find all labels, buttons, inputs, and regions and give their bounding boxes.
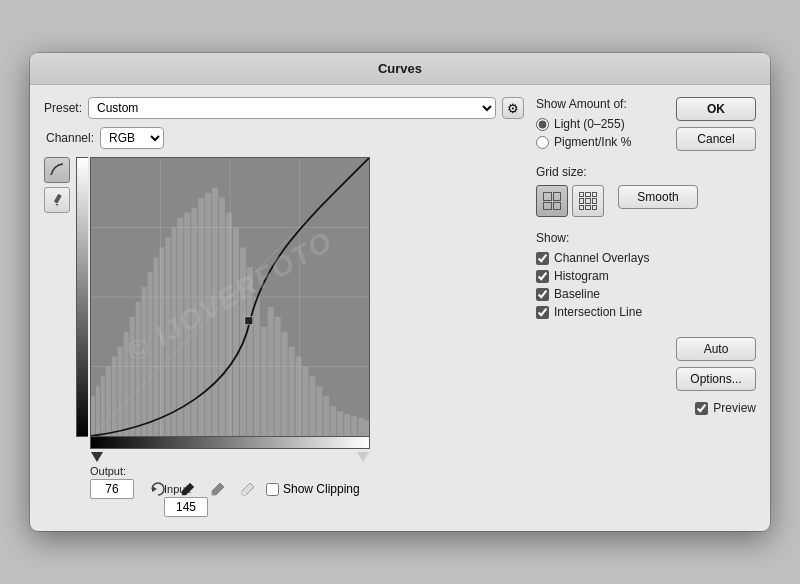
svg-rect-25 xyxy=(226,213,232,436)
ok-button[interactable]: OK xyxy=(676,97,756,121)
svg-rect-24 xyxy=(219,198,225,436)
svg-rect-11 xyxy=(136,302,141,436)
bottom-right-buttons: Auto Options... Preview xyxy=(536,337,756,415)
smooth-button[interactable]: Smooth xyxy=(618,185,698,209)
svg-rect-43 xyxy=(351,416,357,436)
output-section: Output: xyxy=(90,465,140,499)
svg-marker-54 xyxy=(152,486,157,492)
svg-rect-33 xyxy=(282,332,288,436)
svg-rect-12 xyxy=(142,287,147,436)
svg-rect-32 xyxy=(275,317,281,436)
svg-rect-35 xyxy=(296,357,302,436)
histogram-checkbox[interactable] xyxy=(536,270,549,283)
input-label: Input: xyxy=(164,483,524,495)
grid-size-buttons: Smooth xyxy=(536,185,756,217)
grid-size-4-button[interactable] xyxy=(536,185,568,217)
light-radio-row: Light (0–255) xyxy=(536,117,666,131)
output-label: Output: xyxy=(90,465,140,477)
svg-rect-5 xyxy=(101,376,105,436)
svg-rect-53 xyxy=(245,317,253,325)
svg-rect-37 xyxy=(309,376,315,436)
svg-rect-45 xyxy=(364,420,369,436)
gradient-bar-bottom xyxy=(90,437,370,449)
right-top: Show Amount of: Light (0–255) Pigment/In… xyxy=(536,97,756,153)
svg-rect-9 xyxy=(124,332,129,436)
auto-button[interactable]: Auto xyxy=(676,337,756,361)
svg-rect-39 xyxy=(323,396,329,436)
show-section: Show: Channel Overlays Histogram Baselin… xyxy=(536,231,756,323)
light-radio[interactable] xyxy=(536,118,549,131)
cancel-button[interactable]: Cancel xyxy=(676,127,756,151)
svg-rect-21 xyxy=(198,198,204,436)
svg-rect-18 xyxy=(177,218,183,436)
svg-rect-41 xyxy=(337,411,343,436)
channel-overlays-label: Channel Overlays xyxy=(554,251,649,265)
pigment-radio-row: Pigment/Ink % xyxy=(536,135,666,149)
baseline-row: Baseline xyxy=(536,287,756,301)
dialog-title: Curves xyxy=(30,53,770,85)
main-curves-col: © IJOVERFOTO xyxy=(76,157,524,517)
histogram-row: Histogram xyxy=(536,269,756,283)
pigment-radio-label: Pigment/Ink % xyxy=(554,135,631,149)
button-group: OK Cancel xyxy=(676,97,756,153)
grid-size-title: Grid size: xyxy=(536,165,756,179)
options-button[interactable]: Options... xyxy=(676,367,756,391)
tool-column xyxy=(44,157,70,517)
svg-marker-1 xyxy=(56,204,59,206)
svg-rect-26 xyxy=(233,228,239,437)
baseline-label: Baseline xyxy=(554,287,600,301)
svg-rect-30 xyxy=(261,327,267,436)
show-amount-title: Show Amount of: xyxy=(536,97,666,111)
left-panel: Preset: Custom Default Strong Contrast I… xyxy=(44,97,524,517)
preview-checkbox[interactable] xyxy=(695,402,708,415)
curves-dialog: Curves Preset: Custom Default Strong Con… xyxy=(30,53,770,531)
input-section: Input: xyxy=(164,483,524,517)
svg-rect-40 xyxy=(330,406,336,436)
svg-rect-0 xyxy=(54,194,62,204)
svg-rect-31 xyxy=(268,307,274,436)
preview-row: Preview xyxy=(695,401,756,415)
histogram-label: Histogram xyxy=(554,269,609,283)
svg-rect-44 xyxy=(358,418,364,436)
gear-button[interactable]: ⚙ xyxy=(502,97,524,119)
svg-rect-10 xyxy=(130,317,135,436)
preset-label: Preset: xyxy=(44,101,82,115)
grid-size-9-button[interactable] xyxy=(572,185,604,217)
show-title: Show: xyxy=(536,231,756,245)
intersection-line-row: Intersection Line xyxy=(536,305,756,319)
svg-rect-17 xyxy=(171,228,176,437)
svg-rect-16 xyxy=(165,237,170,436)
intersection-line-checkbox[interactable] xyxy=(536,306,549,319)
grid-size-section: Grid size: Smo xyxy=(536,165,756,217)
pigment-radio[interactable] xyxy=(536,136,549,149)
output-input[interactable] xyxy=(90,479,134,499)
svg-rect-6 xyxy=(106,367,111,437)
preset-row: Preset: Custom Default Strong Contrast I… xyxy=(44,97,524,119)
right-panel: Show Amount of: Light (0–255) Pigment/In… xyxy=(536,97,756,517)
input-input[interactable] xyxy=(164,497,208,517)
svg-rect-34 xyxy=(289,347,295,436)
svg-rect-14 xyxy=(154,257,159,436)
light-radio-label: Light (0–255) xyxy=(554,117,625,131)
show-amount-section: Show Amount of: Light (0–255) Pigment/In… xyxy=(536,97,666,153)
curves-area: © IJOVERFOTO xyxy=(44,157,524,517)
curve-tool-button[interactable] xyxy=(44,157,70,183)
channel-overlays-checkbox[interactable] xyxy=(536,252,549,265)
pencil-tool-button[interactable] xyxy=(44,187,70,213)
channel-overlays-row: Channel Overlays xyxy=(536,251,756,265)
svg-rect-42 xyxy=(344,414,350,436)
channel-row: Channel: RGB Red Green Blue xyxy=(46,127,524,149)
preview-label: Preview xyxy=(713,401,756,415)
baseline-checkbox[interactable] xyxy=(536,288,549,301)
svg-rect-28 xyxy=(247,267,253,436)
svg-rect-22 xyxy=(205,193,211,436)
svg-rect-7 xyxy=(112,357,117,436)
channel-select[interactable]: RGB Red Green Blue xyxy=(100,127,164,149)
intersection-line-label: Intersection Line xyxy=(554,305,642,319)
curves-canvas[interactable]: © IJOVERFOTO xyxy=(90,157,370,437)
preset-select[interactable]: Custom Default Strong Contrast Increase … xyxy=(88,97,496,119)
svg-rect-8 xyxy=(118,347,123,436)
histogram-svg xyxy=(91,158,369,436)
svg-rect-3 xyxy=(91,396,95,436)
svg-rect-36 xyxy=(302,367,308,437)
